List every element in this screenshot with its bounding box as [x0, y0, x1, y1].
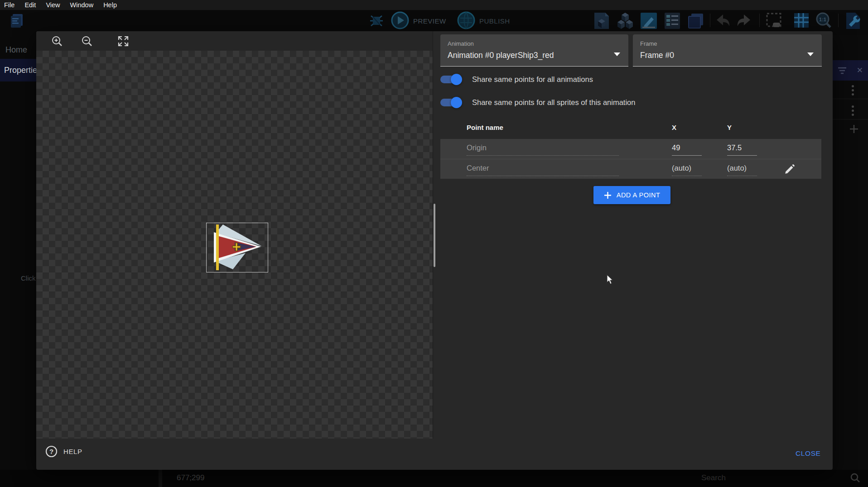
panel-close-icon[interactable]: ✕	[857, 66, 863, 75]
publish-icon[interactable]	[457, 11, 476, 30]
column-header-x: X	[672, 124, 676, 131]
point-x-field[interactable]: 49	[672, 143, 680, 152]
close-button[interactable]: CLOSE	[796, 449, 821, 458]
points-table: Origin 49 37.5 Center (auto) (auto)	[440, 139, 821, 179]
grid-icon[interactable]	[792, 12, 811, 30]
mask-selection-icon[interactable]	[765, 12, 784, 30]
share-points-all-animations-row: Share same points for all animations	[440, 75, 593, 84]
share-points-all-animations-toggle[interactable]	[440, 76, 461, 83]
player-ship-sprite	[207, 223, 268, 272]
toolbar-divider	[710, 14, 710, 27]
filter-icon[interactable]	[838, 67, 847, 75]
fit-to-screen-icon[interactable]	[117, 35, 130, 48]
frame-select[interactable]: Frame Frame #0	[633, 34, 822, 67]
table-row-origin[interactable]: Origin 49 37.5	[440, 139, 821, 159]
toolbar-divider	[759, 14, 760, 27]
menu-window[interactable]: Window	[70, 1, 94, 9]
vertical-scrollbar[interactable]	[434, 204, 435, 267]
search-icon[interactable]	[850, 473, 861, 483]
zoom-in-icon[interactable]	[51, 35, 63, 48]
add-icon[interactable]	[849, 124, 859, 134]
chevron-down-icon	[807, 53, 814, 56]
tab-properties[interactable]: Properties	[0, 59, 36, 81]
point-x-field: (auto)	[672, 164, 691, 172]
debug-icon[interactable]	[368, 12, 385, 29]
column-header-point-name: Point name	[467, 124, 503, 131]
point-name-field: Origin	[467, 143, 487, 152]
extensions-settings-icon[interactable]	[843, 11, 863, 31]
status-bar: 677;299 Search	[0, 470, 868, 487]
sprite-bounding-box	[206, 223, 268, 272]
menu-edit[interactable]: Edit	[24, 1, 36, 9]
point-y-field: (auto)	[727, 164, 747, 172]
table-row-center[interactable]: Center (auto) (auto)	[440, 159, 821, 179]
edit-scene-icon[interactable]	[639, 11, 659, 31]
animation-select-value: Animation #0 playerShip3_red	[448, 51, 554, 60]
kebab-menu-icon[interactable]	[852, 85, 854, 95]
add-object-icon[interactable]	[592, 11, 612, 31]
menu-file[interactable]: File	[4, 1, 14, 9]
svg-text:1:1: 1:1	[819, 17, 826, 22]
toggle-label: Share same points for all animations	[472, 75, 593, 84]
cursor-coordinates: 677;299	[177, 473, 204, 482]
svg-text:?: ?	[49, 448, 53, 455]
right-panel-sliver: ✕	[833, 35, 868, 470]
zoom-one-to-one-icon[interactable]: 1:1	[814, 11, 834, 31]
panel-divider	[433, 31, 433, 439]
animation-select[interactable]: Animation Animation #0 playerShip3_red	[440, 34, 628, 67]
toolbar-divider	[838, 14, 839, 27]
point-y-field[interactable]: 37.5	[727, 143, 742, 152]
properties-panel-hint: Click	[21, 274, 36, 282]
edit-pencil-icon[interactable]	[784, 163, 796, 175]
menu-view[interactable]: View	[46, 1, 60, 9]
sprite-preview-canvas[interactable]	[36, 51, 433, 439]
edit-points-dialog: Animation Animation #0 playerShip3_red F…	[36, 31, 833, 470]
project-manager-icon[interactable]	[8, 13, 24, 29]
toggle-label: Share same points for all sprites of thi…	[472, 98, 635, 107]
kebab-menu-icon[interactable]	[852, 105, 854, 116]
mouse-cursor	[606, 274, 615, 285]
instances-list-icon[interactable]	[662, 11, 682, 31]
share-points-all-sprites-toggle[interactable]	[440, 99, 461, 106]
plus-icon	[604, 191, 612, 199]
publish-label[interactable]: PUBLISH	[479, 17, 510, 25]
share-points-all-sprites-row: Share same points for all sprites of thi…	[440, 98, 635, 107]
help-button[interactable]: ? HELP	[45, 445, 82, 458]
layers-icon[interactable]	[686, 11, 706, 31]
preview-label[interactable]: PREVIEW	[413, 17, 446, 25]
menu-bar: File Edit View Window Help	[0, 0, 868, 10]
preview-icon[interactable]	[391, 11, 410, 30]
tab-home[interactable]: Home	[5, 45, 27, 55]
redo-icon[interactable]	[735, 13, 753, 29]
zoom-out-icon[interactable]	[81, 35, 93, 48]
canvas-toolbar	[36, 31, 433, 51]
help-circle-icon: ?	[45, 445, 58, 458]
animation-select-label: Animation	[448, 40, 474, 47]
column-header-y: Y	[727, 124, 732, 131]
search-input[interactable]: Search	[701, 473, 726, 482]
menu-help[interactable]: Help	[103, 1, 117, 9]
undo-icon[interactable]	[714, 13, 732, 29]
object-groups-icon[interactable]	[615, 11, 635, 31]
frame-select-label: Frame	[640, 40, 657, 47]
status-divider	[159, 470, 162, 487]
chevron-down-icon	[614, 53, 620, 56]
point-name-field: Center	[467, 164, 489, 172]
frame-select-value: Frame #0	[640, 51, 674, 60]
add-point-button[interactable]: ADD A POINT	[593, 186, 670, 204]
panel-header: ✕	[833, 60, 868, 81]
